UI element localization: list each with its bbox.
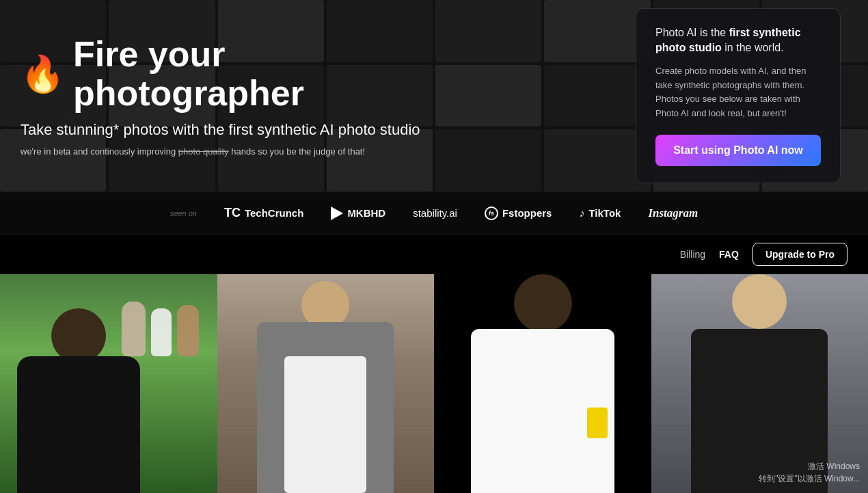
photo-grid: 激活 Windows 转到"设置"以激活 Window...	[0, 274, 868, 493]
photo-card-3	[434, 274, 651, 493]
upgrade-to-pro-button[interactable]: Upgrade to Pro	[752, 243, 847, 266]
press-bar: seen on TC TechCrunch MKBHD stability.ai…	[0, 191, 868, 235]
seen-on-label: seen on	[170, 209, 197, 217]
info-card-description: Create photo models with AI, and then ta…	[655, 64, 821, 121]
press-logo-mkbhd: MKBHD	[331, 206, 385, 220]
info-card-title: Photo AI is the first synthetic photo st…	[655, 25, 821, 56]
windows-watermark: 激活 Windows 转到"设置"以激活 Window...	[759, 460, 860, 485]
hero-title: Fire your photographer	[73, 35, 424, 113]
techcrunch-tc-icon: TC	[224, 206, 241, 220]
hero-section: 🔥 Fire your photographer Take stunning* …	[0, 0, 868, 191]
hero-subtitle: Take stunning* photos with the first syn…	[21, 120, 424, 141]
billing-nav-link[interactable]: Billing	[680, 249, 705, 260]
faq-nav-link[interactable]: FAQ	[719, 249, 739, 260]
instagram-label: Instagram	[648, 206, 698, 220]
press-logo-fstoppers: fs Fstoppers	[485, 206, 552, 220]
tiktok-icon: ♪	[579, 207, 584, 219]
fstoppers-label: Fstoppers	[502, 207, 552, 219]
cta-button[interactable]: Start using Photo AI now	[655, 135, 821, 166]
hero-tagline: we're in beta and continously improving …	[21, 146, 424, 157]
press-logo-stability: stability.ai	[413, 207, 457, 219]
fire-emoji-icon: 🔥	[21, 56, 65, 92]
press-logo-tiktok: ♪ TikTok	[579, 207, 621, 219]
tiktok-label: TikTok	[588, 207, 621, 219]
mkbhd-label: MKBHD	[347, 207, 385, 219]
techcrunch-label: TechCrunch	[245, 207, 303, 219]
hero-content: 🔥 Fire your photographer Take stunning* …	[0, 8, 451, 184]
info-card: Photo AI is the first synthetic photo st…	[636, 8, 841, 183]
press-logo-techcrunch: TC TechCrunch	[224, 206, 303, 220]
stability-label: stability.ai	[413, 207, 457, 219]
photo-card-1	[0, 274, 217, 493]
press-logo-instagram: Instagram	[648, 206, 698, 220]
photo-card-2	[217, 274, 435, 493]
nav-bar: Billing FAQ Upgrade to Pro	[0, 235, 868, 274]
mkbhd-triangle-icon	[331, 206, 343, 220]
photo-card-4: 激活 Windows 转到"设置"以激活 Window...	[651, 274, 869, 493]
fstoppers-circle-icon: fs	[485, 206, 498, 220]
hero-title-container: 🔥 Fire your photographer	[21, 35, 424, 113]
